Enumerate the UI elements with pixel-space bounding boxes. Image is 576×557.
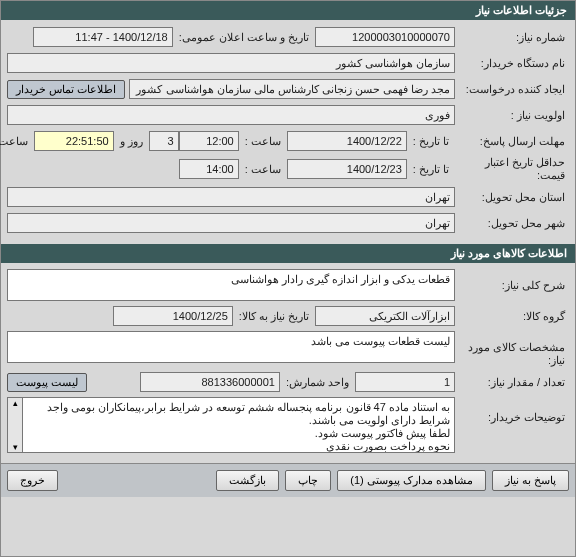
field-buyer-notes[interactable] (22, 397, 455, 453)
buyer-contact-button[interactable]: اطلاعات تماس خریدار (7, 80, 125, 99)
field-group (315, 306, 455, 326)
field-hours-left (34, 131, 114, 151)
label-priority: اولویت نیاز : (455, 109, 565, 122)
field-priority (7, 105, 455, 125)
label-buyer: نام دستگاه خریدار: (455, 57, 565, 70)
attachment-list-button[interactable]: لیست پیوست (7, 373, 87, 392)
section-header-goods: اطلاعات کالاهای مورد نیاز (1, 244, 575, 263)
label-requester: ایجاد کننده درخواست: (455, 83, 565, 96)
label-qty: تعداد / مقدار نیاز: (455, 376, 565, 389)
field-spec[interactable] (7, 331, 455, 363)
view-attachments-button[interactable]: مشاهده مدارک پیوستی (1) (337, 470, 486, 491)
details-window: جزئیات اطلاعات نیاز شماره نیاز: تاریخ و … (0, 0, 576, 557)
label-group: گروه کالا: (455, 310, 565, 323)
label-buyer-notes: توضیحات خریدار: (455, 397, 565, 424)
reply-button[interactable]: پاسخ به نیاز (492, 470, 569, 491)
field-need-no (315, 27, 455, 47)
button-bar: پاسخ به نیاز مشاهده مدارک پیوستی (1) چاپ… (1, 463, 575, 497)
field-valid-time (179, 159, 239, 179)
label-time2: ساعت : (239, 163, 287, 176)
field-valid-to-date (287, 159, 407, 179)
scroll-up-icon[interactable]: ▴ (8, 398, 22, 408)
label-province: استان محل تحویل: (455, 191, 565, 204)
notes-scrollbar[interactable]: ▴ ▾ (7, 397, 22, 453)
label-reply-deadline: مهلت ارسال پاسخ: (455, 135, 565, 148)
label-time: ساعت : (239, 135, 287, 148)
form-goods: شرح کلی نیاز: گروه کالا: تاریخ نیاز به ک… (1, 263, 575, 463)
label-to-date: تا تاریخ : (407, 135, 455, 148)
form-need-details: شماره نیاز: تاریخ و ساعت اعلان عمومی: نا… (1, 20, 575, 244)
field-city (7, 213, 455, 233)
field-province (7, 187, 455, 207)
label-unit: واحد شمارش: (280, 376, 355, 389)
label-to-date2: تا تاریخ : (407, 163, 455, 176)
print-button[interactable]: چاپ (285, 470, 331, 491)
section-header-need-details: جزئیات اطلاعات نیاز (1, 1, 575, 20)
label-need-no: شماره نیاز: (455, 31, 565, 44)
field-qty (355, 372, 455, 392)
field-desc[interactable] (7, 269, 455, 301)
scroll-down-icon[interactable]: ▾ (8, 442, 22, 452)
label-city: شهر محل تحویل: (455, 217, 565, 230)
label-desc: شرح کلی نیاز: (455, 269, 565, 292)
field-unit (140, 372, 280, 392)
label-spec: مشخصات کالای مورد نیاز: (455, 331, 565, 367)
label-min-valid: حداقل تاریخ اعتبار قیمت: (455, 156, 565, 182)
field-need-date (113, 306, 233, 326)
label-days-and: روز و (114, 135, 149, 148)
field-requester (129, 79, 455, 99)
label-hours-left: ساعت باقی مانده (0, 135, 34, 148)
field-reply-to-date (287, 131, 407, 151)
field-days-left (149, 131, 179, 151)
label-announce-dt: تاریخ و ساعت اعلان عمومی: (173, 31, 315, 44)
field-reply-time (179, 131, 239, 151)
field-announce-dt (33, 27, 173, 47)
back-button[interactable]: بازگشت (216, 470, 279, 491)
field-buyer (7, 53, 455, 73)
label-need-date: تاریخ نیاز به کالا: (233, 310, 315, 323)
exit-button[interactable]: خروج (7, 470, 58, 491)
